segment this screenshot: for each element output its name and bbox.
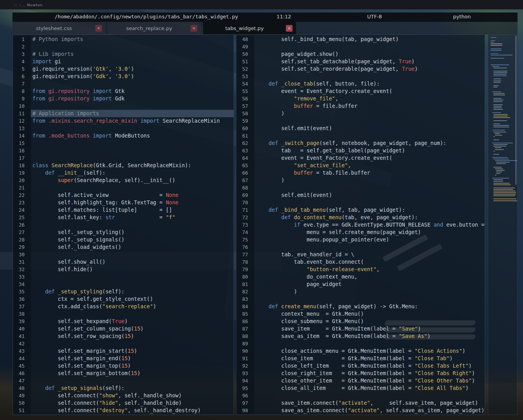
code-line[interactable]: 50 self.connect("hide", self._handle_hid… [13,399,234,407]
tab-close-button[interactable]: ✕ [191,25,197,32]
code-line[interactable]: 23 self.highlight_tag: Gtk.TextTag = Non… [13,199,234,206]
code-line[interactable]: 11# Application imports [13,110,234,117]
code-line[interactable]: 16 [13,147,234,154]
code-line[interactable]: 53 [236,73,485,80]
right-pane[interactable]: 48 self._bind_tab_menu(tab, page_widget)… [236,34,485,415]
code-line[interactable]: 46 self.set_margin_bottom(15) [13,370,234,377]
code-line[interactable]: 65 "set_active_file", [236,162,485,169]
code-line[interactable]: 51 self.set_tab_detachable(page_widget, … [236,58,485,65]
code-line[interactable]: 25 self.last_key: str = "f" [13,214,234,221]
code-line[interactable]: 74 menu = self.create_menu(page_widget) [236,229,485,236]
code-line[interactable]: 91 close_item = Gtk.MenuItem(label = "Cl… [236,355,485,362]
code-line[interactable]: 78 tab.event_box.connect( [236,258,485,266]
tab-close-button[interactable]: ✕ [286,25,293,32]
code-line[interactable]: 43 self.set_margin_start(15) [13,347,234,355]
code-line[interactable]: 10 [13,102,234,110]
code-line[interactable]: 4import gi [13,58,234,65]
code-line[interactable]: 79 "button-release-event", [236,266,485,273]
code-line[interactable]: 97 save_item.connect("activate", self.sa… [236,399,485,407]
encoding-label[interactable]: UTF-8 [367,14,382,20]
code-line[interactable]: 41 self.set_row_spacing(15) [13,332,234,340]
code-line[interactable]: 98 save_as_item.connect("activate", self… [236,407,485,414]
code-line[interactable]: 80 do_context_menu, [236,273,485,281]
code-line[interactable]: 40 self.set_column_spacing(15) [13,325,234,332]
code-line[interactable]: 57 buffer = file.buffer [236,102,485,110]
minimap-scrollbar[interactable] [515,36,517,185]
code-line[interactable]: 14from .mode_buttons import ModeButtons [13,132,234,139]
code-line[interactable]: 90 close_actions_menu = Gtk.MenuItem(lab… [236,347,485,355]
code-line[interactable]: 26 [13,221,234,229]
code-line[interactable]: 52 [13,414,234,415]
tab-close-button[interactable]: ✕ [95,25,102,32]
code-line[interactable]: 39 self.set_hexpand(True) [13,318,234,325]
tab-search_replace.py[interactable]: search_replace.py✕ [108,22,201,34]
code-line[interactable]: 35 def _setup_styling(self): [13,288,234,295]
code-line[interactable]: 34 [13,281,234,288]
code-line[interactable]: 62 def _switch_page(self, notebook, page… [236,139,485,147]
code-line[interactable]: 52 self.set_tab_reorderable(page_widget,… [236,65,485,73]
code-line[interactable]: 48 self._bind_tab_menu(tab, page_widget) [236,36,485,43]
code-line[interactable]: 22 self.active_view = None [13,191,234,199]
code-line[interactable]: 33 [13,273,234,281]
code-line[interactable]: 44 self.set_margin_end(15) [13,355,234,362]
code-line[interactable]: 36 ctx = self.get_style_context() [13,295,234,303]
code-line[interactable]: 51 self.connect("destroy", self._handle_… [13,407,234,414]
code-line[interactable]: 12from .mixins.search_replace_mixin impo… [13,117,234,125]
code-line[interactable]: 55 event = Event_Factory.create_event( [236,88,485,95]
code-line[interactable]: 82 ) [236,288,485,295]
left-pane[interactable]: 1# Python imports23# Lib imports4import … [12,34,234,415]
code-line[interactable]: 95 close_all_item = Gtk.MenuItem(label =… [236,384,485,392]
code-line[interactable]: 60 self.emit(event) [236,125,485,132]
code-line[interactable]: 7 [13,80,234,88]
code-line[interactable]: 45 self.set_margin_top(15) [13,362,234,370]
code-line[interactable]: 59 [236,117,485,125]
code-line[interactable]: 37 ctx.add_class("search-replace") [13,303,234,310]
code-line[interactable]: 94 close_other_item = Gtk.MenuItem(label… [236,377,485,384]
code-line[interactable]: 27 self._setup_styling() [13,229,234,236]
code-line[interactable]: 87 save_item = Gtk.MenuItem(label = "Sav… [236,325,485,332]
code-line[interactable]: 5gi.require_version('Gtk', '3.0') [13,65,234,73]
code-line[interactable]: 85 context_menu = Gtk.Menu() [236,310,485,318]
code-line[interactable]: 63 tab = self.get_tab_label(page_widget) [236,147,485,154]
code-line[interactable]: 68 [236,184,485,191]
code-line[interactable]: 77 tab._eve_handler_id = \ [236,251,485,258]
code-line[interactable]: 17 [13,154,234,162]
code-line[interactable]: 49 [236,43,485,50]
code-line[interactable]: 28 self._setup_signals() [13,236,234,243]
code-line[interactable]: 76 [236,243,485,251]
code-line[interactable]: 20 super(SearchReplace, self).__init__() [13,177,234,184]
code-line[interactable]: 67 ) [236,177,485,184]
code-line[interactable]: 21 [13,184,234,191]
code-line[interactable]: 92 close_left_item = Gtk.MenuItem(label … [236,362,485,370]
code-line[interactable]: 61 [236,132,485,139]
code-line[interactable]: 56 "remove_file", [236,95,485,102]
code-line[interactable]: 47 [13,377,234,384]
code-line[interactable]: 83 [236,295,485,303]
code-line[interactable]: 86 close_submenu = Gtk.Menu() [236,318,485,325]
code-line[interactable]: 2 [13,43,234,50]
code-line[interactable]: 30 [13,251,234,258]
minimap[interactable] [488,34,518,415]
code-line[interactable]: 54 def _close_tab(self, button, file): [236,80,485,88]
code-line[interactable]: 71 def _bind_tab_menu(self, tab, page_wi… [236,206,485,214]
code-line[interactable]: 32 self.hide() [13,266,234,273]
code-line[interactable]: 49 self.connect("show", self._handle_sho… [13,392,234,399]
code-line[interactable]: 96 [236,392,485,399]
code-line[interactable]: 48 def _setup_signals(self): [13,384,234,392]
code-line[interactable]: 50 page_widget.show() [236,50,485,58]
code-line[interactable]: 3# Lib imports [13,50,234,58]
code-line[interactable]: 69 self.emit(event) [236,191,485,199]
code-line[interactable]: 24 self.matches: list[tuple] = [] [13,206,234,214]
code-line[interactable]: 70 [236,199,485,206]
code-line[interactable]: 64 event = Event_Factory.create_event( [236,154,485,162]
code-line[interactable]: 38 [13,310,234,318]
code-line[interactable]: 15 [13,139,234,147]
tab-stylesheet.css[interactable]: stylesheet.css✕ [12,22,105,34]
code-line[interactable]: 9from gi.repository import Gdk [13,95,234,102]
code-line[interactable]: 29 self._load_widgets() [13,243,234,251]
code-line[interactable]: 58 ) [236,110,485,117]
code-line[interactable]: 93 close_right_item = Gtk.MenuItem(label… [236,370,485,377]
code-line[interactable]: 89 [236,340,485,347]
code-line[interactable]: 66 buffer = tab.file.buffer [236,169,485,177]
code-line[interactable]: 8from gi.repository import Gtk [13,88,234,95]
